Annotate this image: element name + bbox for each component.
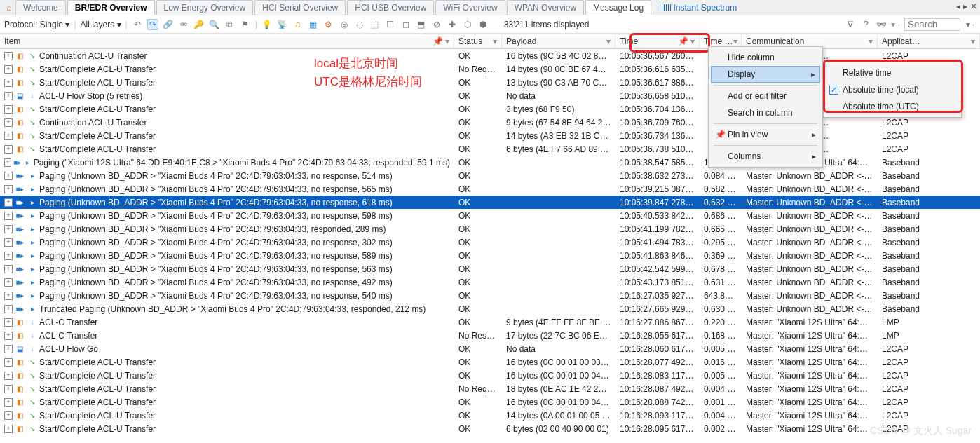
tabs-bar: ⌂ Welcome BR/EDR Overview Low Energy Ove…: [0, 0, 980, 15]
tab-bredr[interactable]: BR/EDR Overview: [67, 0, 155, 15]
ctx-add-filter[interactable]: Add or edit filter: [711, 88, 820, 104]
table-row[interactable]: +◧↘Start/Complete ACL-U TransferOK14 byt…: [0, 129, 980, 142]
chevron-right-icon: ▸: [812, 151, 816, 161]
toolbar-gray1-icon[interactable]: ◎: [339, 19, 350, 30]
table-row[interactable]: +■▸▸Paging ("Xiaomi 12S Ultra" 64:DD:E9:…: [0, 156, 980, 169]
table-row[interactable]: +■▸▸Paging (Unknown BD_ADDR > "Xiaomi Bu…: [0, 236, 980, 249]
tab-nav-right-icon[interactable]: ▸: [963, 1, 967, 11]
toolbar-gray10-icon[interactable]: ⬢: [477, 19, 489, 30]
toolbar-gray5-icon[interactable]: ◻: [400, 19, 411, 30]
table-row[interactable]: +◧↓ACL-C TransferNo Respo…17 bytes (22 7…: [0, 329, 980, 342]
chevron-right-icon: ▸: [812, 130, 816, 139]
bulb-icon[interactable]: 💡: [261, 19, 273, 30]
pin-icon: 📌 ▾: [433, 36, 449, 46]
link-icon[interactable]: 🔗: [163, 19, 174, 30]
table-row[interactable]: +■▸▸Truncated Paging (Unknown BD_ADDR > …: [0, 302, 980, 315]
tab-wifi[interactable]: WiFi Overview: [435, 0, 505, 15]
header-time[interactable]: Time📌 ▾: [615, 34, 700, 48]
ctx-separator: [714, 123, 817, 124]
table-row[interactable]: +◧↘Start/Complete ACL-U TransferOK6 byte…: [0, 142, 980, 156]
table-row[interactable]: +■▸▸Paging (Unknown BD_ADDR > "Xiaomi Bu…: [0, 222, 980, 236]
gear-icon[interactable]: ⚙: [323, 19, 334, 30]
table-row[interactable]: +■▸▸Paging (Unknown BD_ADDR > "Xiaomi Bu…: [0, 169, 980, 182]
protocol-dropdown[interactable]: Protocol: Single ▾: [4, 20, 69, 29]
table-row[interactable]: +■▸▸Paging (Unknown BD_ADDR > "Xiaomi Bu…: [0, 262, 980, 275]
pin-icon: 📌 ▾: [678, 36, 695, 46]
header-status[interactable]: Status▾: [454, 34, 502, 48]
toolbar-gray4-icon[interactable]: ☐: [385, 19, 396, 30]
toolbar: Protocol: Single ▾ | All layers ▾ | ↶ ↷ …: [0, 15, 980, 34]
table-row[interactable]: +■▸▸Paging (Unknown BD_ADDR > "Xiaomi Bu…: [0, 182, 980, 196]
ctx-separator: [714, 85, 817, 86]
toolbar-gray7-icon[interactable]: ⊘: [431, 19, 442, 30]
filter-icon[interactable]: ∇: [845, 19, 856, 30]
antenna-icon[interactable]: 📡: [277, 19, 288, 30]
tab-message-log[interactable]: Message Log: [585, 0, 651, 15]
tab-hci-serial[interactable]: HCI Serial Overview: [254, 0, 346, 15]
header-payload[interactable]: Payload▾: [502, 34, 615, 48]
table-row[interactable]: +◧↘Start/Complete ACL-U TransferNo Reque…: [0, 382, 980, 395]
display-submenu: Relative time ✓Absolute time (local) Abs…: [823, 62, 962, 118]
table-row[interactable]: +◧↓ACL-C TransferOK9 bytes (4E FF FE 8F …: [0, 315, 980, 329]
pin-icon: 📌: [715, 130, 726, 139]
table-row[interactable]: +◧↘Start/Complete ACL-U TransferOK14 byt…: [0, 409, 980, 422]
sub-absolute-utc[interactable]: Absolute time (UTC): [826, 98, 959, 115]
key-icon[interactable]: 🔑: [193, 19, 205, 30]
table-row[interactable]: +■▸▸Paging (Unknown BD_ADDR > "Xiaomi Bu…: [0, 275, 980, 289]
watermark: CSDN @ 文火人 Sugar: [870, 425, 972, 437]
table-row[interactable]: +◧↘Continuation ACL-U TransferOK16 bytes…: [0, 49, 980, 62]
ctx-pin-view[interactable]: 📌Pin in view▸: [711, 126, 820, 143]
copy-icon[interactable]: ⧉: [224, 19, 236, 30]
table-row[interactable]: +◧↘Start/Complete ACL-U TransferOK6 byte…: [0, 422, 980, 435]
flag-icon[interactable]: ⚑: [240, 19, 251, 30]
ctx-hide-column[interactable]: Hide column: [711, 49, 820, 66]
items-displayed-label: 33'211 items displayed: [504, 20, 590, 29]
ctx-display[interactable]: Display▸: [711, 66, 820, 83]
unlink-icon[interactable]: ⚮: [178, 19, 189, 30]
toolbar-gray8-icon[interactable]: ✚: [447, 19, 458, 30]
music-icon[interactable]: ♫: [292, 19, 304, 30]
nav-back-icon[interactable]: ↶: [132, 19, 143, 30]
ctx-columns[interactable]: Columns▸: [711, 148, 820, 165]
tab-spectrum-label: Instant Spectrum: [673, 3, 737, 13]
context-menu: Hide column Display▸ Add or edit filter …: [708, 46, 823, 168]
search-tool-icon[interactable]: 🔍: [209, 19, 220, 30]
home-icon[interactable]: ⌂: [3, 0, 15, 15]
table-row[interactable]: +⬓↓ACL-U Flow GoOKNo data10:16:28.060 61…: [0, 342, 980, 355]
table-row[interactable]: +■▸▸Paging (Unknown BD_ADDR > "Xiaomi Bu…: [0, 209, 980, 222]
doc-icon[interactable]: ▦: [308, 19, 319, 30]
chevron-right-icon: ▸: [811, 69, 815, 79]
tab-welcome[interactable]: Welcome: [15, 0, 66, 15]
header-application[interactable]: Applicat…▾: [878, 34, 980, 48]
spectrum-icon: [660, 4, 671, 11]
toolbar-gray6-icon[interactable]: ⬒: [416, 19, 427, 30]
table-row[interactable]: +■▸▸Paging (Unknown BD_ADDR > "Xiaomi Bu…: [0, 249, 980, 262]
layers-dropdown[interactable]: All layers ▾: [81, 20, 121, 29]
tab-close-icon[interactable]: ✕: [970, 1, 977, 11]
check-icon: ✓: [829, 86, 838, 95]
sub-absolute-local[interactable]: ✓Absolute time (local): [826, 81, 959, 98]
toolbar-gray3-icon[interactable]: ⬚: [369, 19, 381, 30]
column-headers: Item📌 ▾ Status▾ Payload▾ Time📌 ▾ Time …▾…: [0, 34, 980, 49]
search-dropdown-icon[interactable]: ▾ ·: [965, 19, 976, 30]
toolbar-gray9-icon[interactable]: ⬡: [462, 19, 473, 30]
table-row[interactable]: +◧↘Start/Complete ACL-U TransferOK16 byt…: [0, 355, 980, 369]
help-icon[interactable]: ?: [860, 19, 871, 30]
ctx-separator: [714, 145, 817, 146]
table-row[interactable]: +◧↘Start/Complete ACL-U TransferOK16 byt…: [0, 395, 980, 409]
search-input[interactable]: [904, 18, 960, 31]
tab-nav-left-icon[interactable]: ◂: [956, 1, 960, 11]
ctx-search-column[interactable]: Search in column: [711, 104, 820, 121]
sub-relative-time[interactable]: Relative time: [826, 64, 959, 81]
table-row[interactable]: +■▸▸Paging (Unknown BD_ADDR > "Xiaomi Bu…: [0, 196, 980, 209]
tab-wpan[interactable]: WPAN Overview: [507, 0, 584, 15]
toolbar-gray2-icon[interactable]: ◌: [354, 19, 365, 30]
tab-instant-spectrum[interactable]: Instant Spectrum: [653, 0, 744, 15]
table-row[interactable]: +◧↘Start/Complete ACL-U TransferOK16 byt…: [0, 369, 980, 382]
header-item[interactable]: Item📌 ▾: [0, 34, 454, 48]
tab-le[interactable]: Low Energy Overview: [156, 0, 254, 15]
table-row[interactable]: +■▸▸Paging (Unknown BD_ADDR > "Xiaomi Bu…: [0, 289, 980, 302]
tab-hci-usb[interactable]: HCI USB Overview: [347, 0, 434, 15]
binoculars-icon[interactable]: 👓: [876, 19, 887, 30]
nav-forward-icon[interactable]: ↷: [147, 19, 158, 30]
